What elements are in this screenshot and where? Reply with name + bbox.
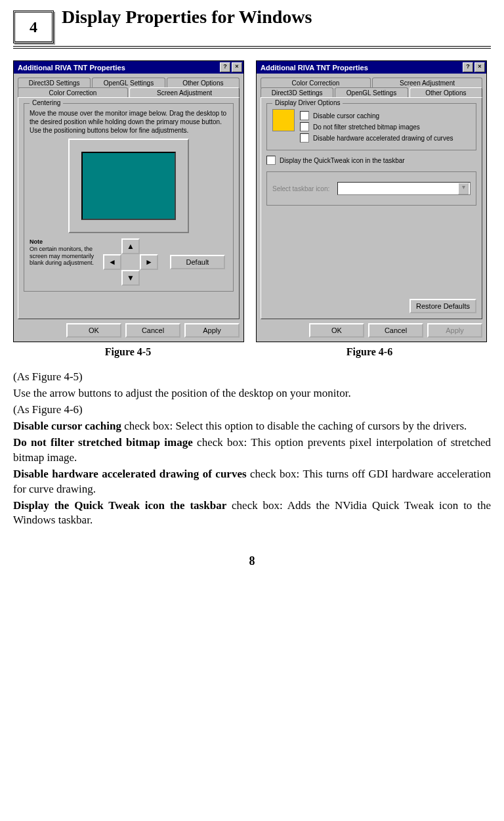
taskbar-icon-dropdown[interactable] [337,182,471,195]
tab-opengl[interactable]: OpenGL Settings [92,78,165,88]
body-p7-bold: Display the Quick Tweak icon the taskbar [13,499,226,512]
body-p4-rest: check box: Select this option to disable… [121,420,467,432]
checkbox-label: Display the QuickTweak icon in the taskb… [280,157,405,164]
arrow-down-button[interactable]: ▼ [121,270,140,286]
tab-direct3d[interactable]: Direct3D Settings [261,87,333,98]
tab-opengl[interactable]: OpenGL Settings [335,87,408,98]
arrow-left-button[interactable]: ◄ [103,254,121,270]
tab-color-correction[interactable]: Color Correction [261,78,371,88]
close-icon[interactable]: × [232,62,242,72]
dialog-screen-adjustment: Additional RIVA TNT Properties ? × Direc… [13,60,244,342]
help-icon[interactable]: ? [463,62,473,72]
tab-other-options[interactable]: Other Options [410,87,482,98]
select-taskbar-icon-label: Select taskbar icon: [272,185,329,192]
tab-other[interactable]: Other Options [167,78,240,88]
tab-screen-adjustment[interactable]: Screen Adjustment [129,87,240,98]
apply-button: Apply [427,323,482,338]
apply-button[interactable]: Apply [184,323,240,338]
body-p1: (As Figure 4-5) [13,370,491,385]
dialog-other-options: Additional RIVA TNT Properties ? × Color… [256,60,487,342]
tab-color-correction[interactable]: Color Correction [18,87,128,98]
monitor-screen[interactable] [81,152,176,220]
titlebar-right: Additional RIVA TNT Properties ? × [257,61,486,74]
help-icon[interactable]: ? [220,62,230,72]
arrow-right-button[interactable]: ► [140,254,158,270]
figure-4-6-caption: Figure 4-6 [255,346,484,358]
page-number: 8 [13,554,491,568]
body-p2: Use the arrow buttons to adjust the posi… [13,386,491,401]
page-title: Display Properties for Windows [62,7,491,28]
checkbox-disable-cursor-caching[interactable] [300,111,309,120]
cancel-button[interactable]: Cancel [125,323,180,338]
checkbox-label: Disable hardware accelerated drawing of … [313,135,453,142]
note-label: Note [30,238,43,245]
body-p3: (As Figure 4-6) [13,403,491,418]
header-rule [13,46,491,49]
driver-options-icon [272,109,295,131]
body-p4-bold: Disable cursor caching [13,420,121,432]
monitor-preview[interactable] [68,139,189,233]
checkbox-disable-hw-curves[interactable] [300,133,309,143]
titlebar-left: Additional RIVA TNT Properties ? × [14,61,243,74]
checkbox-quicktweak-taskbar[interactable] [266,156,276,165]
default-button[interactable]: Default [170,255,225,269]
body-text: (As Figure 4-5) Use the arrow buttons to… [13,370,491,528]
groupbox-centering-label: Centering [30,99,63,106]
checkbox-label: Do not filter stretched bitmap images [313,123,420,131]
restore-defaults-button[interactable]: Restore Defaults [410,299,476,313]
close-icon[interactable]: × [474,62,485,72]
cancel-button[interactable]: Cancel [368,323,423,338]
titlebar-text: Additional RIVA TNT Properties [261,64,461,72]
chapter-number-box: 4 [13,11,54,43]
note-text: On certain monitors, the screen may mome… [30,246,94,267]
checkbox-label: Disable cursor caching [313,112,379,120]
body-p5-bold: Do not filter stretched bitmap image [13,436,193,449]
tab-screen-adjustment[interactable]: Screen Adjustment [372,78,482,88]
tab-direct3d[interactable]: Direct3D Settings [18,78,91,88]
arrow-up-button[interactable]: ▲ [121,238,140,254]
centering-instructions: Move the mouse over the monitor image be… [30,109,228,135]
ok-button[interactable]: OK [66,323,121,338]
ok-button[interactable]: OK [309,323,364,338]
body-p6-bold: Disable hardware accelerated drawing of … [13,468,247,480]
figure-4-5-caption: Figure 4-5 [13,346,243,358]
groupbox-driver-options-label: Display Driver Options [272,99,343,106]
titlebar-text: Additional RIVA TNT Properties [18,64,219,72]
checkbox-no-filter-bitmap[interactable] [300,122,309,131]
